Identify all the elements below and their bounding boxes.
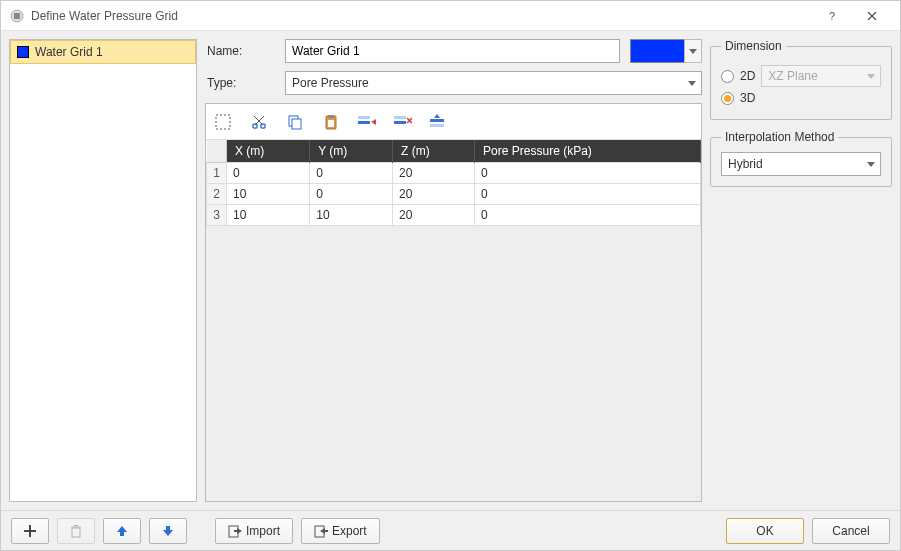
row-header[interactable]: 1 xyxy=(207,163,227,184)
svg-marker-39 xyxy=(320,528,328,534)
cell-z[interactable]: 20 xyxy=(393,184,475,205)
svg-marker-19 xyxy=(371,119,376,125)
table-row[interactable]: 100200 xyxy=(207,163,701,184)
table-row[interactable]: 31010200 xyxy=(207,205,701,226)
dialog-window: Define Water Pressure Grid ? Water Grid … xyxy=(0,0,901,551)
svg-marker-37 xyxy=(234,528,242,534)
table-scroll[interactable]: X (m) Y (m) Z (m) Pore Pressure (kPa) 10… xyxy=(206,140,701,501)
app-icon xyxy=(9,8,25,24)
footer: Import Export OK Cancel xyxy=(1,510,900,550)
svg-rect-17 xyxy=(358,116,370,119)
svg-rect-15 xyxy=(328,115,334,118)
color-swatch-icon xyxy=(17,46,29,58)
ok-label: OK xyxy=(756,524,773,538)
color-dropdown-button[interactable] xyxy=(684,39,702,63)
grid-list-item-label: Water Grid 1 xyxy=(35,45,103,59)
table-corner[interactable] xyxy=(207,140,227,163)
grid-list-item[interactable]: Water Grid 1 xyxy=(10,40,196,64)
row-header[interactable]: 2 xyxy=(207,184,227,205)
cell-x[interactable]: 0 xyxy=(227,163,310,184)
plane-select-disabled: XZ Plane xyxy=(761,65,881,87)
col-header-x[interactable]: X (m) xyxy=(227,140,310,163)
interpolation-select[interactable]: Hybrid xyxy=(721,152,881,176)
dimension-panel: Dimension 2D XZ Plane 3D xyxy=(710,39,892,120)
svg-text:?: ? xyxy=(829,10,835,22)
grid-list-panel: Water Grid 1 xyxy=(9,39,197,502)
window-title: Define Water Pressure Grid xyxy=(31,9,812,23)
add-button[interactable] xyxy=(11,518,49,544)
cancel-button[interactable]: Cancel xyxy=(812,518,890,544)
table-row[interactable]: 2100200 xyxy=(207,184,701,205)
insert-row-after-icon[interactable] xyxy=(430,113,448,131)
svg-rect-24 xyxy=(430,119,444,122)
type-label: Type: xyxy=(205,76,275,90)
export-button[interactable]: Export xyxy=(301,518,380,544)
help-button[interactable]: ? xyxy=(812,1,852,31)
cell-y[interactable]: 10 xyxy=(310,205,393,226)
close-button[interactable] xyxy=(852,1,892,31)
cell-pressure[interactable]: 0 xyxy=(475,163,701,184)
dimension-legend: Dimension xyxy=(721,39,786,53)
svg-rect-7 xyxy=(216,115,230,129)
copy-icon[interactable] xyxy=(286,113,304,131)
cell-z[interactable]: 20 xyxy=(393,163,475,184)
type-select-value: Pore Pressure xyxy=(292,76,369,90)
chevron-down-icon xyxy=(687,78,697,88)
col-header-pressure[interactable]: Pore Pressure (kPa) xyxy=(475,140,701,163)
radio-3d[interactable] xyxy=(721,92,734,105)
cell-x[interactable]: 10 xyxy=(227,184,310,205)
svg-marker-6 xyxy=(688,81,696,86)
radio-2d[interactable] xyxy=(721,70,734,83)
svg-marker-28 xyxy=(867,162,875,167)
data-table: X (m) Y (m) Z (m) Pore Pressure (kPa) 10… xyxy=(206,140,701,226)
grid-list[interactable]: Water Grid 1 xyxy=(9,39,197,502)
svg-marker-34 xyxy=(117,526,127,536)
cell-z[interactable]: 20 xyxy=(393,205,475,226)
col-header-y[interactable]: Y (m) xyxy=(310,140,393,163)
cancel-label: Cancel xyxy=(832,524,869,538)
cut-icon[interactable] xyxy=(250,113,268,131)
delete-button[interactable] xyxy=(57,518,95,544)
cell-x[interactable]: 10 xyxy=(227,205,310,226)
svg-rect-16 xyxy=(328,120,334,127)
import-label: Import xyxy=(246,524,280,538)
delete-row-icon[interactable] xyxy=(394,113,412,131)
svg-marker-26 xyxy=(434,114,440,118)
radio-2d-label: 2D xyxy=(740,69,755,83)
svg-rect-25 xyxy=(430,124,444,127)
svg-rect-21 xyxy=(394,121,406,124)
import-button[interactable]: Import xyxy=(215,518,293,544)
plane-select-value: XZ Plane xyxy=(768,69,817,83)
titlebar: Define Water Pressure Grid ? xyxy=(1,1,900,31)
table-panel: X (m) Y (m) Z (m) Pore Pressure (kPa) 10… xyxy=(205,103,702,502)
paste-icon[interactable] xyxy=(322,113,340,131)
select-all-icon[interactable] xyxy=(214,113,232,131)
svg-marker-27 xyxy=(867,74,875,79)
cell-pressure[interactable]: 0 xyxy=(475,205,701,226)
export-label: Export xyxy=(332,524,367,538)
move-up-button[interactable] xyxy=(103,518,141,544)
chevron-down-icon xyxy=(866,159,876,169)
svg-rect-13 xyxy=(292,119,301,129)
svg-rect-1 xyxy=(14,13,20,19)
cell-y[interactable]: 0 xyxy=(310,163,393,184)
cell-pressure[interactable]: 0 xyxy=(475,184,701,205)
col-header-z[interactable]: Z (m) xyxy=(393,140,475,163)
row-header[interactable]: 3 xyxy=(207,205,227,226)
radio-3d-label: 3D xyxy=(740,91,755,105)
name-label: Name: xyxy=(205,44,275,58)
svg-rect-18 xyxy=(358,121,370,124)
insert-row-before-icon[interactable] xyxy=(358,113,376,131)
ok-button[interactable]: OK xyxy=(726,518,804,544)
interpolation-panel: Interpolation Method Hybrid xyxy=(710,130,892,187)
color-picker-button[interactable] xyxy=(630,39,685,63)
svg-marker-5 xyxy=(689,49,697,54)
type-select[interactable]: Pore Pressure xyxy=(285,71,702,95)
svg-rect-31 xyxy=(72,528,80,537)
name-input[interactable] xyxy=(285,39,620,63)
svg-rect-20 xyxy=(394,116,406,119)
move-down-button[interactable] xyxy=(149,518,187,544)
cell-y[interactable]: 0 xyxy=(310,184,393,205)
interpolation-value: Hybrid xyxy=(728,157,763,171)
interpolation-legend: Interpolation Method xyxy=(721,130,838,144)
